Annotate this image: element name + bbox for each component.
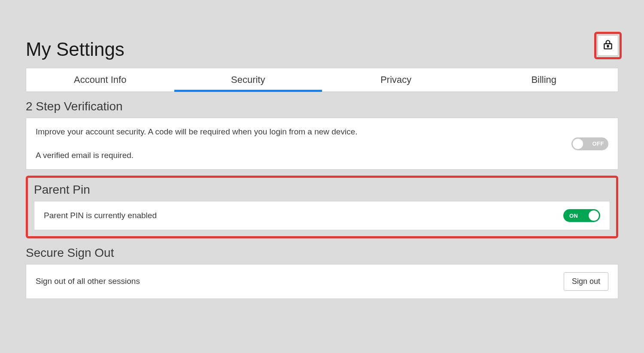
secure-signout-section-title: Secure Sign Out xyxy=(26,246,618,260)
page-title: My Settings xyxy=(26,39,618,60)
signout-button[interactable]: Sign out xyxy=(564,272,608,291)
parent-pin-toggle-label: ON xyxy=(569,213,578,219)
secure-signout-text: Sign out of all other sessions xyxy=(36,275,140,288)
tab-security[interactable]: Security xyxy=(174,68,322,91)
two-step-note: A verified email is required. xyxy=(36,149,357,162)
parent-pin-desc: Parent PIN is currently enabled xyxy=(44,210,157,222)
toggle-knob xyxy=(573,139,583,149)
secure-signout-desc: Sign out of all other sessions xyxy=(36,275,140,288)
secure-signout-card: Sign out of all other sessions Sign out xyxy=(26,264,618,299)
lock-icon xyxy=(602,39,614,52)
settings-tabs: Account Info Security Privacy Billing xyxy=(26,68,618,92)
two-step-toggle[interactable]: OFF xyxy=(571,137,608,150)
parent-pin-toggle[interactable]: ON xyxy=(563,209,600,222)
parent-pin-section-title: Parent Pin xyxy=(34,183,610,197)
two-step-desc: Improve your account security. A code wi… xyxy=(36,126,357,138)
tab-billing[interactable]: Billing xyxy=(470,68,618,91)
parent-pin-highlight-box: Parent Pin Parent PIN is currently enabl… xyxy=(26,176,618,238)
parent-pin-card: Parent PIN is currently enabled ON xyxy=(34,201,610,230)
tab-account-info[interactable]: Account Info xyxy=(26,68,174,91)
two-step-section-title: 2 Step Verification xyxy=(26,100,618,113)
toggle-knob xyxy=(589,210,599,221)
two-step-card: Improve your account security. A code wi… xyxy=(26,118,618,170)
two-step-toggle-label: OFF xyxy=(592,140,605,147)
parent-pin-text: Parent PIN is currently enabled xyxy=(44,210,157,222)
tab-privacy[interactable]: Privacy xyxy=(322,68,470,91)
two-step-text: Improve your account security. A code wi… xyxy=(36,126,357,161)
lock-button[interactable] xyxy=(598,35,618,56)
